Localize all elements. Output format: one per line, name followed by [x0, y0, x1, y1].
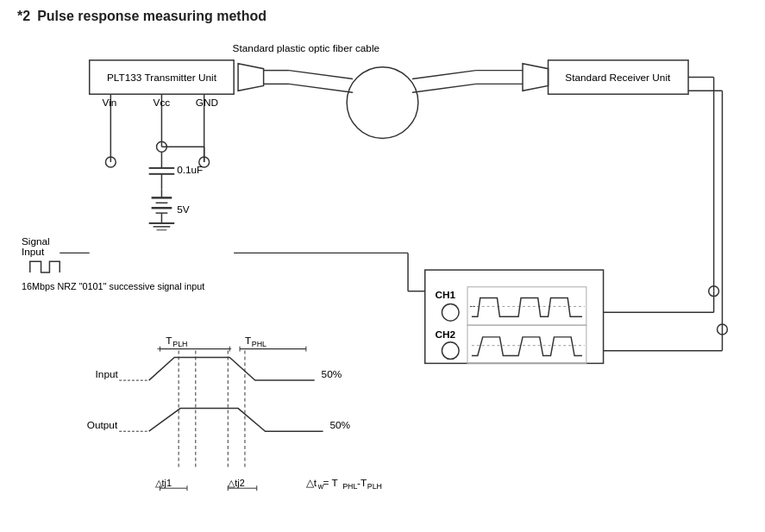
tphl-sub2: PHL: [342, 482, 357, 491]
tplh-sub: PLH: [172, 340, 187, 348]
loop-line-br: [412, 84, 476, 92]
tphl-sub: PHL: [252, 340, 266, 348]
tplh-label: T: [166, 335, 172, 347]
fiber-loop: [347, 67, 418, 139]
title-marker: *2: [17, 9, 30, 24]
input-50pct: 50%: [322, 368, 342, 380]
left-connector: [238, 64, 264, 91]
input-wave: [149, 358, 315, 381]
delta-tw-eq: = T: [323, 477, 338, 489]
diagram-area: Standard plastic optic fiber cable PLT13…: [17, 33, 748, 516]
input-wave-label: Input: [96, 368, 119, 380]
vcc-text: Vcc: [154, 97, 171, 109]
right-connector: [523, 64, 549, 91]
minus-sign: -T: [357, 477, 367, 489]
loop-line-tl: [289, 71, 353, 79]
vin-text: Vin: [102, 97, 116, 109]
delta-tj1: △tj1: [155, 478, 172, 488]
loop-line-tr: [412, 71, 476, 79]
ch1-text: CH1: [436, 289, 456, 301]
fiber-label: Standard plastic optic fiber cable: [233, 42, 380, 54]
input-text: Input: [22, 246, 45, 258]
cap-label: 0.1uF: [177, 164, 203, 176]
volt-label: 5V: [177, 203, 190, 216]
ch2-text: CH2: [436, 329, 456, 341]
output-50pct: 50%: [329, 419, 350, 431]
output-wave: [149, 409, 323, 432]
title-text: Pulse response measuring method: [37, 9, 266, 24]
transmitter-label: PLT133 Transmitter Unit: [107, 72, 217, 84]
delta-tj2: △tj2: [228, 478, 244, 488]
delta-tw-formula: △t: [306, 477, 317, 489]
gnd-text: GND: [196, 97, 218, 109]
output-wave-label: Output: [87, 419, 118, 431]
receiver-label: Standard Receiver Unit: [565, 72, 671, 84]
tplh-sub2: PLH: [367, 482, 382, 491]
loop-line-bl: [289, 84, 353, 92]
page-title: *2 Pulse response measuring method: [17, 9, 748, 24]
diagram-svg: Standard plastic optic fiber cable PLT13…: [17, 33, 748, 516]
signal-waveform: [30, 261, 60, 272]
page: *2 Pulse response measuring method Stand…: [0, 0, 765, 532]
nrz-label: 16Mbps NRZ "0101" successive signal inpu…: [22, 281, 204, 291]
tphl-label: T: [245, 335, 251, 347]
